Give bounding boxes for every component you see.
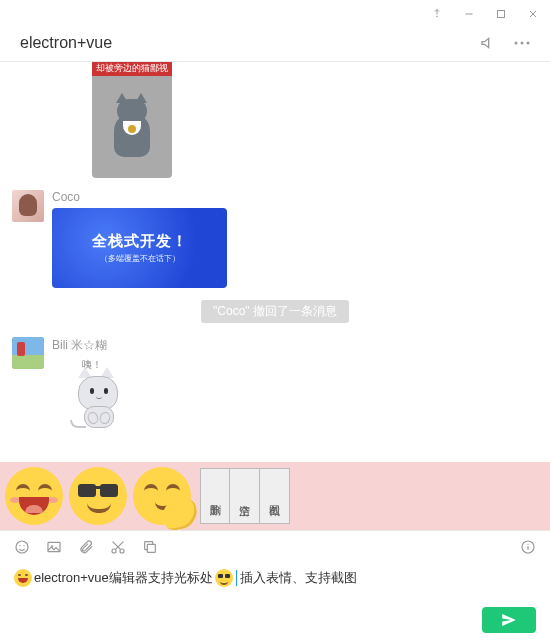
image-sub-text: （多端覆盖不在话下） <box>100 253 180 264</box>
compose-input[interactable]: electron+vue编辑器支持光标处 插入表情、支持截图 <box>14 565 536 591</box>
chat-header: electron+vue <box>0 28 550 62</box>
emoji-panel-actions: 删除 清空 截图 <box>200 468 290 524</box>
chat-title: electron+vue <box>20 34 112 52</box>
compose-text-after: 插入表情、支持截图 <box>240 569 357 587</box>
pin-icon[interactable] <box>430 7 444 21</box>
svg-point-5 <box>515 41 518 44</box>
send-area <box>0 601 550 641</box>
screenshot-button[interactable]: 截图 <box>260 468 290 524</box>
emoji-shy-icon[interactable] <box>133 467 191 525</box>
svg-point-10 <box>23 545 24 546</box>
message-item: 却被旁边的猫鄙视了 <box>12 62 538 178</box>
image-caption: 却被旁边的猫鄙视了 <box>92 62 172 76</box>
emoji-smile-icon[interactable] <box>5 467 63 525</box>
attach-icon[interactable] <box>78 539 94 555</box>
message-sticker[interactable]: 咦！ <box>64 358 134 436</box>
copy-icon[interactable] <box>142 539 158 555</box>
inline-emoji-cool-icon <box>215 569 233 587</box>
svg-point-7 <box>527 41 530 44</box>
send-icon <box>500 611 518 629</box>
compose-toolbar <box>14 539 536 555</box>
delete-emoji-button[interactable]: 删除 <box>200 468 230 524</box>
message-item: Bili 米☆糊 咦！ <box>12 337 538 436</box>
compose-area: electron+vue编辑器支持光标处 插入表情、支持截图 <box>0 530 550 601</box>
recall-notice: "Coco" 撤回了一条消息 <box>12 300 538 323</box>
sender-name: Bili 米☆糊 <box>52 337 134 354</box>
svg-rect-2 <box>498 11 505 18</box>
minimize-icon[interactable] <box>462 7 476 21</box>
close-icon[interactable] <box>526 7 540 21</box>
clear-emoji-button[interactable]: 清空 <box>230 468 260 524</box>
svg-point-9 <box>19 545 20 546</box>
image-icon[interactable] <box>46 539 62 555</box>
info-icon[interactable] <box>520 539 536 555</box>
avatar[interactable] <box>12 190 44 222</box>
maximize-icon[interactable] <box>494 7 508 21</box>
avatar[interactable] <box>12 337 44 369</box>
svg-point-18 <box>527 544 528 545</box>
svg-point-6 <box>521 41 524 44</box>
message-list: 却被旁边的猫鄙视了 Coco 全栈式开发！ （多端覆盖不在话下） "Coco" … <box>0 62 550 462</box>
compose-text-before: electron+vue编辑器支持光标处 <box>34 569 213 587</box>
message-image[interactable]: 却被旁边的猫鄙视了 <box>92 62 172 178</box>
smiley-icon[interactable] <box>14 539 30 555</box>
svg-point-0 <box>436 16 438 18</box>
more-icon[interactable] <box>514 41 530 45</box>
recall-text: "Coco" 撤回了一条消息 <box>201 300 349 323</box>
send-button[interactable] <box>482 607 536 633</box>
image-main-text: 全栈式开发！ <box>92 232 188 251</box>
window-titlebar <box>0 0 550 28</box>
message-item: Coco 全栈式开发！ （多端覆盖不在话下） <box>12 190 538 288</box>
inline-emoji-smile-icon <box>14 569 32 587</box>
header-actions <box>480 35 530 51</box>
text-caret <box>236 570 237 586</box>
emoji-panel: 删除 清空 截图 <box>0 462 550 530</box>
svg-point-8 <box>16 541 28 553</box>
svg-rect-15 <box>147 544 155 552</box>
broadcast-icon[interactable] <box>480 35 496 51</box>
cut-icon[interactable] <box>110 539 126 555</box>
emoji-cool-icon[interactable] <box>69 467 127 525</box>
message-image[interactable]: 全栈式开发！ （多端覆盖不在话下） <box>52 208 227 288</box>
sender-name: Coco <box>52 190 227 204</box>
